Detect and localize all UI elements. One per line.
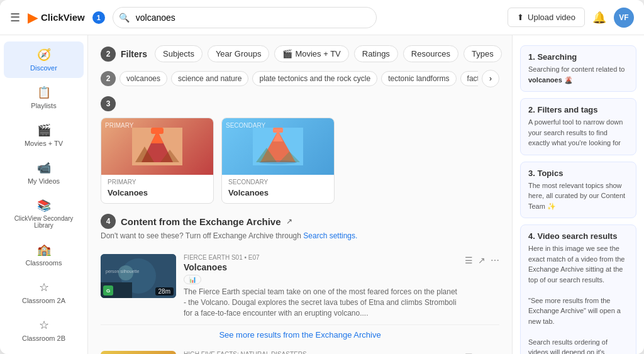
video-actions-2: ☰ ↗ ⋯ [465,351,499,354]
search-bar: 🔍 [113,7,377,28]
filter-movies-tv[interactable]: 🎬 Movies + TV [274,45,348,62]
topic-body-secondary: Secondary Volcanoes [222,175,334,203]
video-series-2: High Five Facts: Natural Disasters [184,351,457,354]
playlists-icon: 📋 [37,86,51,99]
filter-subjects[interactable]: Subjects [155,45,203,62]
topic-tag-secondary: Secondary [228,179,328,185]
filters-row: 2 Filters Subjects Year Groups 🎬 Movies … [101,45,499,62]
topic-level-secondary: Secondary [226,122,265,129]
tag-plate-tectonics[interactable]: plate tectonics and the rock cycle [252,71,377,86]
platform-badge-1: G [103,285,113,296]
sidebar-label-discover: Discover [30,64,57,72]
more-icon-1[interactable]: ⋯ [491,255,499,265]
tip-card-1: 1. Searching Searching for content relat… [520,45,636,92]
sidebar-item-classrooms[interactable]: 🏫 Classrooms [4,236,84,273]
tag-science[interactable]: science and nature [171,71,248,86]
volcano-svg-primary [132,128,182,165]
tip-card-4: 4. Video search results Here in this ima… [520,224,636,354]
video-thumb-2[interactable]: 5 FACTS ABOUT VOLCANOES G 4m [101,351,176,354]
my-videos-icon: 📹 [37,161,51,175]
notification-badge: 1 [92,11,105,24]
archive-note: Don't want to see these? Turn off Exchan… [101,231,499,240]
filter-year-groups[interactable]: Year Groups [208,45,270,62]
classroom-2b-icon: ☆ [39,318,49,332]
see-more-link[interactable]: See more results from the Exchange Archi… [101,325,499,345]
avatar[interactable]: VF [614,8,634,28]
topic-title-secondary: Volcanoes [228,188,269,197]
archive-header: 4 Content from the Exchange Archive ↗ [101,214,499,229]
step-badge-tags: 2 [101,71,116,86]
list-icon-1[interactable]: ☰ [465,255,473,265]
tip-body-3: The most relevant topics show here, all … [528,180,628,212]
tip-title-3: 3. Topics [528,169,628,178]
logo: ▶ ClickView [28,10,85,25]
svg-rect-9 [273,128,283,133]
sidebar-item-classroom-2b[interactable]: ☆ Classroom 2B [4,312,84,348]
topic-level-primary: Primary [105,122,133,129]
topic-card-primary[interactable]: Primary Primary Volcanoes [101,118,214,204]
search-input[interactable] [113,7,377,28]
topic-card-secondary[interactable]: Secondary Secondary Vol [221,118,335,204]
tip-title-4: 4. Video search results [528,231,628,241]
archive-note-prefix: Don't want to see these? Turn off Exchan… [101,231,303,240]
video-tags-1: 📊 [184,275,457,284]
video-info-1: Fierce Earth S01 • E07 Volcanoes 📊 The F… [184,254,457,318]
sidebar-item-cv-library[interactable]: 📚 ClickView Secondary Library [4,192,84,235]
upload-label: Upload video [528,13,575,22]
video-thumb-1[interactable]: person silhouette G 28m [101,254,176,298]
tip-card-2: 2. Filters and tags A powerful tool to n… [520,98,636,155]
sidebar-label-classroom-2a: Classroom 2A [22,297,65,304]
svg-text:person silhouette: person silhouette [106,269,139,274]
header-right: ⬆ Upload video 🔔 VF [508,8,634,28]
video-subtag-1: 📊 [184,275,201,284]
filter-types[interactable]: Types [464,45,502,62]
upload-button[interactable]: ⬆ Upload video [508,8,585,27]
content-area: 2 Filters Subjects Year Groups 🎬 Movies … [88,35,512,354]
bell-icon[interactable]: 🔔 [592,11,606,25]
header: ☰ ▶ ClickView 1 🔍 ⬆ Upload video 🔔 VF [0,0,644,35]
video-info-2: High Five Facts: Natural Disasters Volca… [184,351,457,354]
sidebar-bottom[interactable]: 📘 Secondary [0,350,87,354]
thumb-facts: 5 FACTS ABOUT VOLCANOES [101,351,176,354]
logo-icon: ▶ [28,10,37,25]
search-icon: 🔍 [119,13,130,23]
video-card-1: person silhouette G 28m Fierce Earth S01… [101,248,499,325]
share-icon-1[interactable]: ↗ [478,255,486,265]
sidebar-item-my-videos[interactable]: 📹 My Videos [4,155,84,191]
tip-body-2: A powerful tool to narrow down your sear… [528,117,628,148]
video-desc-1: The Fierce Earth special team take on on… [184,287,457,318]
tip-title-2: 2. Filters and tags [528,105,628,114]
movies-icon: 🎬 [37,123,51,137]
video-title-1[interactable]: Volcanoes [184,262,457,272]
topic-image-secondary: Secondary [222,118,334,175]
video-actions-1: ☰ ↗ ⋯ [465,254,499,265]
classroom-2a-icon: ☆ [39,280,49,294]
topic-tag-primary: Primary [108,179,207,185]
sidebar-item-playlists[interactable]: 📋 Playlists [4,79,84,116]
sidebar-item-discover[interactable]: 🧭 Discover [4,41,84,78]
external-link-icon: ↗ [286,217,292,226]
search-settings-link[interactable]: Search settings. [303,231,357,240]
filter-ratings[interactable]: Ratings [354,45,398,62]
tip-title-1: 1. Searching [528,52,628,62]
tags-chevron-right[interactable]: › [482,70,499,87]
library-icon: 📚 [37,199,51,213]
discover-icon: 🧭 [37,48,51,62]
tag-factual[interactable]: factual [460,71,478,86]
topics-grid: Primary Primary Volcanoes [101,118,499,204]
topics-header: 3 [101,96,499,111]
step-badge-filters: 2 [101,47,116,62]
svg-rect-3 [151,128,164,134]
tag-volcanoes[interactable]: volcanoes [119,71,167,86]
menu-icon[interactable]: ☰ [10,11,20,25]
archive-title: Content from the Exchange Archive [121,216,281,227]
sidebar-item-classroom-2a[interactable]: ☆ Classroom 2A [4,274,84,311]
sidebar-label-movies: Movies + TV [25,140,63,147]
filter-resources[interactable]: Resources [403,45,458,62]
tags-row: volcanoes science and nature plate tecto… [119,71,478,86]
topic-image-primary: Primary [101,118,213,175]
tag-landforms[interactable]: tectonic landforms [381,71,456,86]
tip-body-4: Here in this image we see the exact matc… [528,243,628,354]
sidebar: 🧭 Discover 📋 Playlists 🎬 Movies + TV 📹 M… [0,35,88,354]
sidebar-item-movies-tv[interactable]: 🎬 Movies + TV [4,117,84,153]
